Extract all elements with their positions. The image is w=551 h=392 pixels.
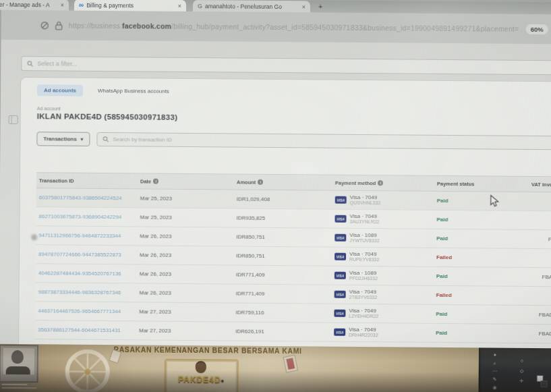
transaction-link[interactable]: 98873873334446-9836328767346: [38, 289, 121, 296]
caption-line: [2, 387, 37, 389]
close-icon[interactable]: ×: [178, 2, 181, 9]
payment-method-cell: VISAVisa · 7049DRH4R22032: [331, 323, 433, 342]
amount-cell: IDR626,191: [233, 322, 331, 341]
tool-icon[interactable]: ✎: [491, 376, 499, 383]
info-icon[interactable]: i: [258, 179, 263, 184]
transactions-dropdown[interactable]: Transactions ▾: [36, 132, 90, 146]
payment-method-cell: VISAVisa · 1089JYWTUV8332: [332, 228, 434, 248]
color-swatch[interactable]: [537, 375, 544, 382]
payment-status-cell: Paid: [434, 191, 529, 211]
amount-cell: IDR850,751: [233, 246, 332, 266]
tool-icon[interactable]: ◇: [518, 368, 526, 374]
vat-invoice-cell: [528, 286, 551, 306]
amount-cell: IDR850,751: [233, 227, 332, 247]
payment-status-cell: Paid: [433, 304, 527, 324]
lock-icon[interactable]: [55, 21, 63, 30]
col-date: Datei: [138, 173, 234, 190]
browser-zoom-badge[interactable]: 60%: [526, 24, 548, 34]
tab-label: amanahtoto - Penelusuran Go: [205, 3, 299, 10]
status-badge: Paid: [436, 311, 447, 317]
status-badge: Paid: [436, 235, 448, 242]
tool-icon[interactable]: ⋯: [491, 368, 499, 374]
search-icon: [103, 136, 109, 142]
new-tab-button[interactable]: +: [318, 2, 323, 10]
transaction-link[interactable]: 44637164467526-9654667771344: [38, 308, 121, 314]
vat-invoice-cell: FBADS-634-13044: [527, 305, 551, 325]
amount-cell: IDR1,029,408: [234, 190, 332, 209]
info-icon[interactable]: i: [378, 180, 383, 186]
tab-ad-accounts[interactable]: Ad accounts: [37, 84, 83, 96]
tool-icon[interactable]: ⌕: [491, 360, 499, 366]
account-label: Ad account: [37, 106, 61, 111]
vat-invoice-cell: FBADS-634-1964: [528, 267, 551, 287]
caption-line: [2, 384, 28, 385]
transaction-link[interactable]: 40462287484434-9354520767136: [38, 270, 121, 277]
status-badge: Paid: [436, 330, 447, 336]
tab-google-search[interactable]: G amanahtoto - Penelusuran Go ×: [193, 0, 310, 12]
col-payment-status: Payment status: [434, 175, 529, 192]
tab-manage-ads[interactable]: er - Manage ads - A ×: [0, 0, 69, 11]
editor-toolbar: ✦⌕⋯✎◉▣ ○◇✛: [478, 347, 551, 392]
tool-icon[interactable]: ✦: [491, 352, 499, 358]
payment-method-cell: VISAVisa · 70493AU3YNLR22: [332, 209, 434, 229]
col-vat-invoice: VAT invoice: [529, 176, 551, 192]
status-badge: Paid: [436, 273, 448, 279]
tab-label: Billing & payments: [86, 1, 175, 9]
color-swatch[interactable]: [541, 381, 548, 387]
payment-status-cell: Failed: [434, 285, 528, 305]
date-cell: Mar 26, 2023: [137, 264, 233, 284]
payment-method-cell: VISAVisa · 1089PFD2JH6332: [332, 266, 434, 285]
address-bar[interactable]: https://business.facebook.com/billing_hu…: [1, 10, 551, 44]
transaction-link[interactable]: 35637886127544-6044671531431: [38, 327, 121, 333]
visa-icon: VISA: [334, 329, 345, 336]
transaction-link[interactable]: 94711312966756-9464872233344: [38, 232, 121, 239]
info-icon[interactable]: i: [153, 178, 158, 184]
tool-icon[interactable]: ✛: [518, 378, 526, 384]
col-payment-method: Payment methodi: [332, 175, 434, 191]
amount-cell: IDR759,116: [233, 303, 331, 323]
status-badge: Failed: [436, 254, 452, 260]
vat-invoice-cell: FBADS-634-10: [528, 229, 551, 249]
lottery-wheel-illustration: [52, 347, 117, 392]
close-icon[interactable]: ×: [302, 3, 306, 10]
collapse-sidebar-icon[interactable]: [9, 115, 18, 124]
amount-cell: IDR771,409: [233, 284, 332, 304]
transaction-link[interactable]: 86271003675873-9368904242294: [38, 213, 121, 220]
payment-status-cell: Paid: [433, 323, 527, 343]
filter-placeholder: Select a filter...: [37, 60, 77, 67]
wallpaper-portrait: [1, 346, 37, 381]
page-viewport: Select a filter... Ad accounts WhatsApp …: [0, 40, 551, 348]
vat-invoice-cell: [528, 248, 551, 268]
toolbar-icons-secondary: ○◇✛: [518, 358, 526, 384]
close-icon[interactable]: ×: [61, 1, 64, 8]
transaction-link[interactable]: 60375801775843-9386504224524: [39, 194, 122, 201]
visa-icon: VISA: [335, 215, 346, 223]
tab-billing-payments[interactable]: ∞ Billing & payments ×: [74, 0, 186, 11]
date-cell: Mar 25, 2023: [137, 208, 233, 227]
vat-invoice-cell: FBADS-634-1: [529, 192, 551, 211]
date-cell: Mar 25, 2023: [138, 189, 234, 208]
payment-status-cell: Paid: [434, 267, 528, 286]
status-badge: Failed: [436, 292, 452, 298]
transactions-table: Transaction ID Datei Amounti Payment met…: [35, 172, 551, 363]
select-filter-input[interactable]: Select a filter...: [21, 56, 551, 75]
transaction-link[interactable]: 89478707724666-9447385522873: [38, 251, 121, 258]
visa-icon: VISA: [335, 196, 347, 204]
tab-whatsapp-business[interactable]: WhatsApp Business accounts: [98, 88, 169, 94]
screen-photo: er - Manage ads - A × ∞ Billing & paymen…: [0, 0, 551, 392]
col-amount: Amounti: [234, 174, 332, 190]
billing-card: Ad accounts WhatsApp Business accounts A…: [19, 78, 551, 348]
transactions-tbody: 60375801775843-9386504224524Mar 25, 2023…: [35, 188, 551, 363]
transaction-search-input[interactable]: Search by transaction ID: [96, 132, 551, 150]
visa-icon: VISA: [335, 253, 346, 260]
tool-icon[interactable]: ○: [518, 358, 526, 364]
toolbar-icons: ✦⌕⋯✎◉▣: [490, 352, 499, 392]
chevron-down-icon: ▾: [81, 136, 84, 142]
date-cell: Mar 26, 2023: [137, 283, 233, 303]
tool-icon[interactable]: ◉: [491, 385, 499, 391]
search-placeholder: Search by transaction ID: [113, 136, 172, 143]
mouse-cursor: [490, 194, 500, 207]
payment-method-cell: VISAVisa · 70492TB3YV6332: [332, 285, 434, 304]
amount-cell: IDR771,409: [233, 265, 332, 285]
tracking-protection-icon[interactable]: [40, 21, 49, 30]
